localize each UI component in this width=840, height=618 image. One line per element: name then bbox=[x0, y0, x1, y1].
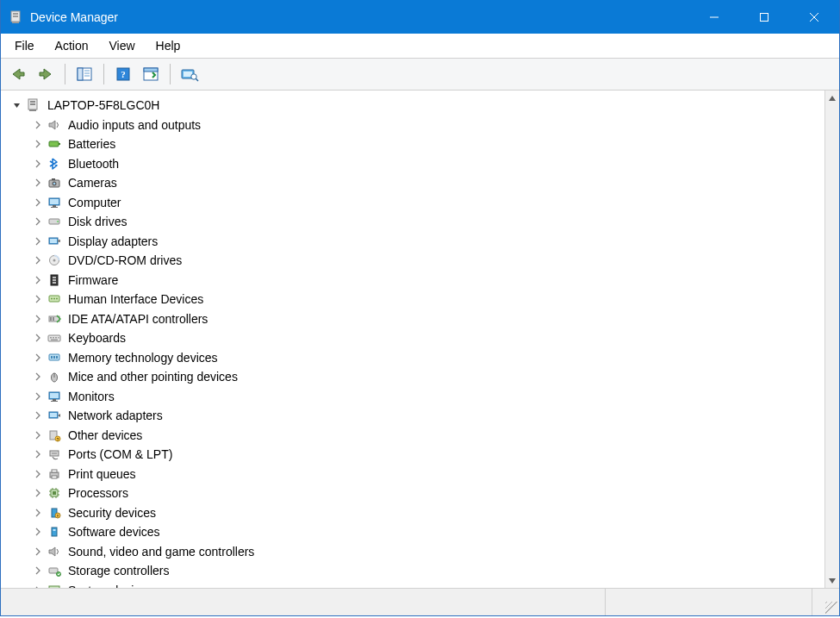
back-button[interactable] bbox=[6, 62, 30, 86]
expand-collapse-icon[interactable] bbox=[32, 138, 44, 150]
battery-icon bbox=[46, 136, 63, 152]
scan-hardware-button[interactable] bbox=[177, 62, 202, 86]
expand-collapse-icon[interactable] bbox=[32, 274, 44, 286]
tree-item[interactable]: Memory technology devices bbox=[4, 348, 836, 368]
cpu-icon bbox=[46, 485, 63, 501]
minimize-button[interactable] bbox=[689, 0, 739, 34]
expand-collapse-icon[interactable] bbox=[32, 584, 44, 588]
tree-item-label: Audio inputs and outputs bbox=[66, 117, 202, 133]
tree-item[interactable]: Monitors bbox=[4, 387, 836, 407]
speaker-icon bbox=[46, 544, 63, 559]
expand-collapse-icon[interactable] bbox=[32, 390, 44, 403]
disk-icon bbox=[46, 214, 63, 229]
tree-item-label: Bluetooth bbox=[66, 156, 121, 172]
expand-collapse-icon[interactable] bbox=[32, 352, 44, 364]
tree-item-label: IDE ATA/ATAPI controllers bbox=[66, 311, 209, 327]
app-icon bbox=[8, 9, 23, 25]
expand-collapse-icon[interactable] bbox=[32, 546, 44, 558]
svg-rect-16 bbox=[144, 68, 158, 72]
scroll-down-button[interactable] bbox=[825, 573, 840, 588]
expand-collapse-icon[interactable] bbox=[32, 158, 44, 170]
svg-rect-2 bbox=[13, 16, 18, 17]
toolbar: ? bbox=[1, 58, 839, 91]
expand-collapse-icon[interactable] bbox=[32, 293, 44, 305]
ide-icon bbox=[46, 311, 63, 327]
tree-item[interactable]: Computer bbox=[4, 193, 836, 213]
expand-collapse-icon[interactable] bbox=[32, 468, 44, 480]
menu-help[interactable]: Help bbox=[147, 35, 190, 56]
tree-item[interactable]: Storage controllers bbox=[4, 561, 836, 581]
vertical-scrollbar[interactable] bbox=[824, 91, 839, 588]
computer-root-icon bbox=[25, 97, 42, 113]
tree-view[interactable]: LAPTOP-5F8LGC0HAudio inputs and outputsB… bbox=[1, 91, 839, 588]
tree-item[interactable]: Cameras bbox=[4, 173, 836, 193]
show-hide-console-tree-button[interactable] bbox=[72, 62, 96, 86]
toolbar-separator bbox=[65, 64, 65, 84]
tree-item[interactable]: Sound, video and game controllers bbox=[4, 542, 836, 562]
expand-collapse-icon[interactable] bbox=[32, 429, 44, 441]
expand-collapse-icon[interactable] bbox=[32, 526, 44, 538]
tree-item[interactable]: Security devices bbox=[4, 503, 836, 523]
forward-arrow-icon bbox=[37, 66, 54, 82]
menu-action[interactable]: Action bbox=[47, 35, 97, 56]
tree-item-label: Ports (COM & LPT) bbox=[66, 446, 174, 462]
properties-button[interactable] bbox=[139, 62, 163, 86]
storage-icon bbox=[46, 563, 63, 578]
tree-item[interactable]: IDE ATA/ATAPI controllers bbox=[4, 309, 836, 329]
tree-root[interactable]: LAPTOP-5F8LGC0H bbox=[4, 96, 836, 115]
expand-collapse-icon[interactable] bbox=[32, 409, 44, 421]
tree-item[interactable]: Human Interface Devices bbox=[4, 290, 836, 309]
expand-collapse-icon[interactable] bbox=[11, 99, 23, 111]
tree-item[interactable]: DVD/CD-ROM drives bbox=[4, 251, 836, 271]
expand-collapse-icon[interactable] bbox=[32, 371, 44, 383]
tree-item[interactable]: Keyboards bbox=[4, 328, 836, 348]
expand-collapse-icon[interactable] bbox=[32, 177, 44, 189]
camera-icon bbox=[46, 175, 63, 190]
tree-item[interactable]: Network adapters bbox=[4, 406, 836, 426]
expand-collapse-icon[interactable] bbox=[32, 235, 44, 247]
statusbar bbox=[1, 588, 839, 615]
tree-item[interactable]: Batteries bbox=[4, 134, 836, 154]
tree-item[interactable]: Ports (COM & LPT) bbox=[4, 445, 836, 465]
tree-item-label: DVD/CD-ROM drives bbox=[66, 253, 184, 268]
menu-view[interactable]: View bbox=[100, 35, 143, 56]
tree-item[interactable]: Firmware bbox=[4, 271, 836, 290]
tree-item[interactable]: Mice and other pointing devices bbox=[4, 367, 836, 387]
expand-collapse-icon[interactable] bbox=[32, 215, 44, 228]
expand-collapse-icon[interactable] bbox=[32, 565, 44, 577]
close-button[interactable] bbox=[789, 0, 839, 34]
tree-item[interactable]: Print queues bbox=[4, 465, 836, 484]
expand-collapse-icon[interactable] bbox=[32, 197, 44, 209]
svg-text:?: ? bbox=[121, 69, 126, 79]
resize-grip[interactable] bbox=[812, 589, 839, 615]
help-button[interactable]: ? bbox=[111, 62, 135, 86]
scroll-up-button[interactable] bbox=[825, 91, 840, 105]
expand-collapse-icon[interactable] bbox=[32, 254, 44, 266]
tree-item[interactable]: Other devices bbox=[4, 426, 836, 446]
software-icon bbox=[46, 524, 63, 540]
expand-collapse-icon[interactable] bbox=[32, 332, 44, 344]
svg-rect-5 bbox=[761, 13, 768, 21]
expand-collapse-icon[interactable] bbox=[32, 119, 44, 131]
menu-file[interactable]: File bbox=[6, 35, 43, 56]
tree-item[interactable]: Disk drives bbox=[4, 212, 836, 232]
tree-item[interactable]: Processors bbox=[4, 484, 836, 503]
expand-collapse-icon[interactable] bbox=[32, 313, 44, 325]
tree-item[interactable]: Display adapters bbox=[4, 232, 836, 252]
tree-item[interactable]: Bluetooth bbox=[4, 154, 836, 174]
mouse-icon bbox=[46, 369, 63, 384]
other-icon bbox=[46, 428, 63, 443]
tree-item[interactable]: Audio inputs and outputs bbox=[4, 115, 836, 135]
tree-item-label: Print queues bbox=[66, 466, 138, 482]
tree-item[interactable]: System devices bbox=[4, 581, 836, 589]
system-icon bbox=[46, 583, 63, 588]
forward-button[interactable] bbox=[34, 62, 58, 86]
expand-collapse-icon[interactable] bbox=[32, 487, 44, 499]
expand-collapse-icon[interactable] bbox=[32, 507, 44, 519]
expand-collapse-icon[interactable] bbox=[32, 448, 44, 460]
maximize-button[interactable] bbox=[739, 0, 789, 34]
tree-item[interactable]: Software devices bbox=[4, 522, 836, 542]
menubar: File Action View Help bbox=[1, 34, 839, 58]
port-icon bbox=[46, 446, 63, 462]
tree-item-label: Display adapters bbox=[66, 234, 159, 249]
